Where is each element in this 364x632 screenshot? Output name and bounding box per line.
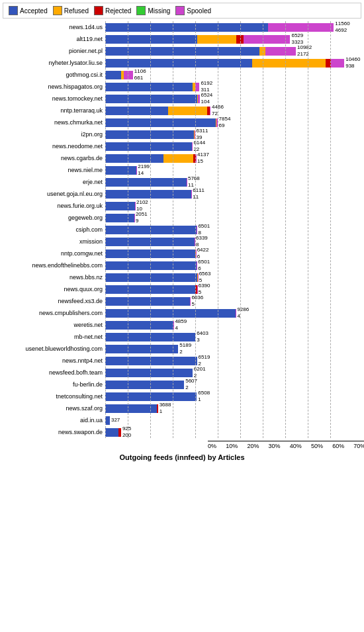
row-label: erje.net [3,176,105,188]
bar-segments [105,23,334,32]
bar-row: 65635 [105,271,361,283]
bar-segments [105,190,191,199]
row-label: mb-net.net [3,331,105,343]
bar-row: 446672 [105,105,361,116]
x-axis: 0%10%20%30%40%50%60%70%80%90%100% [208,441,364,449]
val-line2: 69 [219,122,231,129]
row-label: news.nntp4.net [3,355,105,367]
val-line2: 3 [197,337,208,343]
legend-swatch-rejected [94,6,103,15]
val-line2: 2 [185,384,197,391]
bar-segments [105,142,192,151]
seg-refused [163,154,193,163]
bar-row: 51892 [105,343,361,355]
val-line2: 200 [122,432,131,439]
chart-main: news.1d4.usalt119.netpionier.net.plnyhet… [3,21,361,438]
val-label: 219914 [138,163,150,176]
bar-segments [105,83,199,91]
legend-item-missing: Missing [136,6,170,15]
bar-segments [105,369,193,377]
bar-row: 10460938 [105,57,361,69]
bar-segments [105,166,136,175]
bar-segments [105,238,195,246]
val-label: 6192311 [201,80,212,93]
val-label: 56072 [185,378,197,390]
val-line1: 2102 [136,199,148,206]
row-label: news.chmurka.net [3,116,105,128]
row-label: csiph.com [3,224,105,236]
val-label: 65081 [198,390,210,402]
seg-accepted [105,71,121,79]
seg-accepted [105,309,236,318]
seg-accepted [105,392,197,401]
x-tick: 50% [311,443,323,449]
val-label: 63905 [199,283,210,295]
row-label: xmission [3,236,105,248]
bar-row: 56072 [105,379,361,390]
bar-segments [105,95,200,103]
val-line1: 6111 [193,187,205,194]
val-line1: 327 [111,417,120,424]
val-line2: 5 [191,301,203,308]
seg-refused [259,47,265,56]
row-label: alt119.net [3,33,105,45]
val-label: 446672 [212,104,224,116]
val-label: 614422 [193,140,205,152]
val-label: 1106661 [134,68,146,81]
bar-row: 65016 [105,259,361,271]
val-line1: 6390 [199,283,210,289]
bar-segments [105,416,110,425]
legend-label-refused: Refused [64,7,89,15]
seg-spooled [265,47,296,56]
seg-accepted [105,321,173,330]
row-label: news.niel.me [3,164,105,176]
bar-row: 48594 [105,319,361,331]
row-label: news.endofthelinebbs.com [3,259,105,271]
bar-row: 576811 [105,176,361,188]
seg-refused [252,59,326,68]
bar-row: 65293323 [105,33,361,45]
seg-accepted [105,333,195,341]
bar-segments [105,321,173,330]
bar-row: 925200 [105,426,361,438]
val-line1: 5768 [188,175,200,182]
row-label: gegeweb.org [3,212,105,224]
bar-segments [105,35,290,44]
bar-row: 63398 [105,236,361,248]
seg-accepted [105,142,192,151]
seg-accepted [105,261,197,270]
seg-accepted [105,297,190,306]
row-label: news.1d4.us [3,21,105,33]
row-label: gothmog.csi.it [3,69,105,81]
row-label: pionier.net.pl [3,45,105,57]
bar-row: 6192311 [105,81,361,93]
seg-accepted [105,95,197,103]
val-line1: 6519 [199,354,210,361]
seg-accepted [105,59,252,68]
row-label: nntp.terraraq.uk [3,105,105,116]
bar-segments [105,178,187,187]
seg-accepted [105,107,168,115]
bar-segments [105,428,121,437]
val-line1: 1106 [134,68,146,75]
chart-container: AcceptedRefusedRejectedMissingSpooled ne… [0,0,364,464]
x-axis-title: Outgoing feeds (innfeed) by Articles [3,453,361,461]
seg-refused [197,35,237,44]
seg-accepted [105,154,163,163]
val-label: 20519 [136,211,148,224]
seg-refused [168,107,208,115]
bar-segments [105,333,195,341]
bar-segments [105,214,134,222]
val-line1: 6422 [197,247,209,253]
seg-accepted [105,238,195,246]
val-label: 631139 [197,128,208,140]
val-line1: 6201 [194,366,206,373]
bar-segments [105,285,197,294]
row-label: i2pn.org [3,128,105,140]
val-line1: 2051 [136,211,148,218]
val-label: 64033 [197,330,208,343]
val-line1: 2199 [138,163,150,170]
seg-spooled [195,130,195,139]
row-label: news.szaf.org [3,402,105,414]
row-label: news.hispagatos.org [3,81,105,93]
